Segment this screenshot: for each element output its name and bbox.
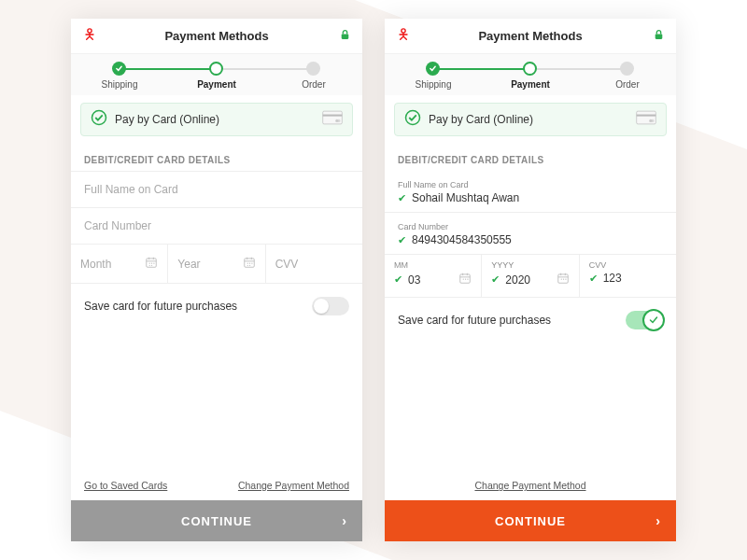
- svg-rect-1: [342, 34, 349, 38]
- svg-point-31: [560, 279, 561, 280]
- svg-rect-30: [557, 274, 568, 283]
- svg-point-0: [88, 28, 92, 32]
- brand-logo-icon: [82, 27, 97, 46]
- svg-point-21: [406, 111, 420, 125]
- svg-point-15: [249, 263, 250, 264]
- step-order[interactable]: Order: [266, 62, 362, 90]
- save-card-label: Save card for future purchases: [84, 300, 237, 313]
- card-number-input[interactable]: Card Number ✔ 8494304584350555: [385, 213, 676, 255]
- step-payment[interactable]: Payment: [169, 62, 265, 90]
- calendar-icon: [145, 256, 158, 272]
- name-input[interactable]: Full Name on Card: [71, 172, 362, 208]
- check-icon: ✔: [398, 234, 406, 246]
- footer-links: Go to Saved Cards Change Payment Method: [71, 480, 362, 500]
- month-value: 03: [408, 273, 420, 287]
- step-dot-current: [209, 62, 223, 76]
- title-bar: Payment Methods: [385, 19, 676, 54]
- check-icon: [642, 309, 665, 331]
- step-shipping[interactable]: Shipping: [386, 62, 482, 90]
- change-method-link[interactable]: Change Payment Method: [238, 480, 349, 491]
- svg-point-10: [154, 263, 155, 264]
- lock-icon: [339, 28, 351, 45]
- card-number-input[interactable]: Card Number: [71, 208, 362, 245]
- card-form: Full Name on Card Card Number Month Year…: [71, 171, 362, 284]
- svg-rect-7: [147, 259, 157, 267]
- cvv-value: 123: [603, 272, 622, 285]
- name-value: Sohail Mushtaq Awan: [412, 191, 519, 204]
- stepper-line: [217, 68, 316, 70]
- svg-point-8: [149, 263, 150, 264]
- checkout-stepper: Shipping Payment Order: [385, 54, 676, 95]
- year-input[interactable]: Year: [168, 245, 265, 283]
- checkout-stepper: Shipping Payment Order: [71, 54, 362, 95]
- svg-point-18: [249, 265, 250, 266]
- check-icon: ✔: [398, 192, 406, 204]
- cvv-input[interactable]: CVV: [266, 245, 362, 283]
- step-shipping[interactable]: Shipping: [72, 62, 168, 90]
- check-icon: ✔: [394, 273, 402, 286]
- check-icon: [426, 62, 440, 76]
- check-circle-icon: [404, 109, 421, 130]
- step-payment[interactable]: Payment: [483, 62, 579, 90]
- svg-rect-23: [637, 115, 656, 117]
- card-icon: [322, 110, 343, 129]
- save-card-toggle[interactable]: [626, 311, 663, 329]
- calendar-icon: [458, 272, 472, 287]
- step-dot-pending: [306, 62, 320, 76]
- stepper-line: [431, 68, 530, 70]
- payment-screen-filled: Payment Methods Shipping Payment Order: [385, 19, 676, 541]
- svg-point-28: [465, 279, 466, 280]
- card-icon: [636, 110, 656, 129]
- svg-point-9: [151, 263, 152, 264]
- year-value: 2020: [505, 273, 530, 287]
- card-number-value: 8494304584350555: [412, 233, 512, 246]
- svg-point-14: [247, 263, 247, 264]
- saved-cards-link[interactable]: Go to Saved Cards: [84, 480, 167, 491]
- check-icon: [112, 62, 126, 76]
- payment-screen-empty: Payment Methods Shipping Payment Order: [71, 19, 362, 541]
- page-title: Payment Methods: [164, 29, 268, 43]
- stepper-line: [118, 68, 217, 70]
- save-card-row: Save card for future purchases: [385, 298, 676, 343]
- payment-method-label: Pay by Card (Online): [429, 113, 533, 126]
- step-dot-pending: [620, 62, 634, 76]
- stepper-line: [530, 68, 629, 70]
- name-input[interactable]: Full Name on Card ✔ Sohail Mushtaq Awan: [385, 171, 676, 213]
- svg-point-19: [402, 28, 405, 32]
- year-input[interactable]: YYYY ✔ 2020: [482, 255, 579, 297]
- check-icon: ✔: [491, 273, 500, 286]
- svg-point-17: [247, 265, 247, 266]
- payment-method-label: Pay by Card (Online): [115, 113, 219, 126]
- svg-rect-26: [460, 274, 471, 283]
- svg-point-16: [251, 263, 252, 264]
- check-icon: ✔: [589, 273, 598, 285]
- cvv-input[interactable]: CVV ✔ 123: [580, 255, 676, 297]
- month-input[interactable]: MM ✔ 03: [385, 255, 482, 297]
- lock-icon: [653, 28, 665, 45]
- svg-point-12: [151, 265, 152, 266]
- payment-method-pill[interactable]: Pay by Card (Online): [80, 103, 353, 136]
- continue-button[interactable]: CONTINUE ›: [385, 500, 676, 541]
- save-card-label: Save card for future purchases: [398, 314, 551, 327]
- chevron-right-icon: ›: [655, 513, 661, 528]
- step-order[interactable]: Order: [580, 62, 676, 90]
- svg-point-11: [149, 265, 150, 266]
- svg-point-32: [563, 279, 564, 280]
- payment-method-pill[interactable]: Pay by Card (Online): [394, 103, 667, 136]
- check-circle-icon: [91, 109, 107, 130]
- svg-point-27: [463, 279, 464, 280]
- save-card-toggle[interactable]: [312, 297, 349, 315]
- svg-point-33: [565, 279, 566, 280]
- change-method-link[interactable]: Change Payment Method: [474, 480, 585, 491]
- card-form: Full Name on Card ✔ Sohail Mushtaq Awan …: [385, 171, 676, 298]
- svg-point-2: [92, 111, 106, 125]
- footer-links: Change Payment Method: [385, 480, 676, 500]
- continue-button[interactable]: CONTINUE ›: [71, 500, 362, 541]
- chevron-right-icon: ›: [342, 513, 347, 528]
- brand-logo-icon: [396, 27, 411, 46]
- save-card-row: Save card for future purchases: [71, 284, 362, 329]
- svg-point-29: [468, 279, 469, 280]
- svg-rect-4: [323, 115, 343, 117]
- svg-point-6: [337, 119, 340, 122]
- month-input[interactable]: Month: [71, 245, 168, 283]
